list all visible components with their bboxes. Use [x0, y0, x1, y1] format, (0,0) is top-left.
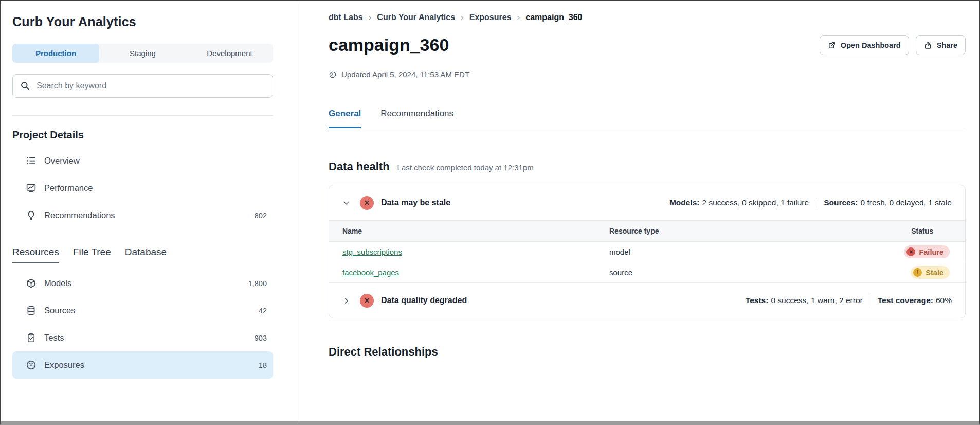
column-header-name: Name — [329, 221, 609, 242]
breadcrumb-project[interactable]: Curb Your Analytics — [377, 13, 455, 22]
header-actions: Open Dashboard Share — [820, 35, 966, 55]
env-tab-production[interactable]: Production — [12, 44, 99, 63]
breadcrumb-separator-icon: › — [369, 12, 372, 23]
environment-switcher: Production Staging Development — [12, 44, 273, 63]
sidebar-item-label: Models — [44, 278, 71, 288]
sidebar-divider — [12, 115, 273, 116]
resources-tab-bar: Resources File Tree Database — [12, 246, 273, 263]
project-details-nav: Overview Performance Recommendations 802 — [12, 147, 273, 229]
list-icon — [26, 155, 37, 166]
sidebar-item-label: Performance — [44, 183, 93, 193]
search-input[interactable] — [37, 81, 265, 91]
external-link-icon — [828, 41, 836, 49]
performance-icon — [26, 183, 37, 193]
summary-value: 60% — [936, 296, 952, 305]
summary-label: Sources: — [824, 198, 858, 207]
share-label: Share — [937, 41, 957, 49]
sidebar-item-label: Overview — [44, 156, 80, 166]
lightbulb-icon — [26, 210, 37, 221]
sidebar-item-tests[interactable]: Tests 903 — [12, 324, 273, 351]
summary-value: 0 success, 1 warn, 2 error — [771, 296, 862, 305]
sidebar-item-count: 1,800 — [248, 279, 267, 288]
env-tab-staging[interactable]: Staging — [99, 44, 186, 63]
summary-divider — [816, 198, 816, 208]
breadcrumb-exposures[interactable]: Exposures — [469, 13, 512, 22]
sidebar-item-count: 903 — [255, 334, 267, 342]
search-icon — [20, 81, 30, 91]
sidebar-item-models[interactable]: Models 1,800 — [12, 270, 273, 297]
cube-icon — [26, 278, 37, 289]
app-window: Curb Your Analytics Production Staging D… — [0, 0, 980, 425]
env-tab-development[interactable]: Development — [186, 44, 273, 63]
status-badge-stale: !Stale — [911, 266, 950, 279]
updated-timestamp: Updated April 5, 2024, 11:53 AM EDT — [329, 70, 966, 79]
status-badge-failure: ✕Failure — [904, 245, 950, 258]
sidebar-item-label: Exposures — [44, 360, 84, 370]
status-badge-label: Failure — [919, 248, 943, 256]
summary-value: 2 success, 0 skipped, 1 failure — [702, 198, 809, 207]
resource-link-stg-subscriptions[interactable]: stg_subscriptions — [342, 247, 402, 256]
sidebar-item-count: 18 — [259, 361, 267, 369]
project-details-heading: Project Details — [12, 129, 273, 141]
sidebar-item-overview[interactable]: Overview — [12, 147, 273, 174]
share-icon — [924, 41, 932, 49]
search-box[interactable] — [12, 74, 273, 98]
sidebar-item-performance[interactable]: Performance — [12, 174, 273, 202]
data-health-heading: Data health — [329, 160, 390, 173]
resource-type-cell: source — [609, 262, 837, 283]
section-title: Data may be stale — [381, 198, 450, 207]
chevron-down-icon — [342, 199, 350, 207]
breadcrumb: dbt Labs › Curb Your Analytics › Exposur… — [329, 12, 966, 23]
sidebar-item-count: 802 — [255, 211, 267, 220]
open-dashboard-button[interactable]: Open Dashboard — [820, 35, 909, 55]
updated-text: Updated April 5, 2024, 11:53 AM EDT — [341, 70, 469, 79]
sidebar-item-label: Sources — [44, 306, 76, 315]
breadcrumb-dbt-labs[interactable]: dbt Labs — [329, 13, 363, 22]
share-button[interactable]: Share — [916, 35, 966, 55]
section-data-quality-degraded[interactable]: ✕ Data quality degraded Tests:0 success,… — [329, 283, 965, 318]
sidebar-item-label: Recommendations — [44, 210, 115, 220]
error-status-icon: ✕ — [360, 196, 374, 210]
chevron-right-icon — [342, 297, 350, 305]
resource-link-facebook-pages[interactable]: facebook_pages — [342, 268, 399, 277]
breadcrumb-current: campaign_360 — [525, 13, 582, 22]
clipboard-check-icon — [26, 332, 37, 343]
section-data-may-be-stale[interactable]: ✕ Data may be stale Models:2 success, 0 … — [329, 185, 965, 220]
resource-type-cell: model — [609, 242, 837, 262]
sidebar-item-sources[interactable]: Sources 42 — [12, 297, 273, 324]
summary-label: Tests: — [746, 296, 769, 305]
tab-resources[interactable]: Resources — [12, 246, 59, 263]
table-row: facebook_pages source !Stale — [329, 262, 965, 283]
main-content: dbt Labs › Curb Your Analytics › Exposur… — [299, 1, 979, 421]
tab-database[interactable]: Database — [125, 246, 167, 262]
breadcrumb-separator-icon: › — [517, 12, 520, 23]
tab-file-tree[interactable]: File Tree — [73, 246, 111, 262]
gauge-icon — [26, 360, 37, 370]
last-check-text: Last check completed today at 12:31pm — [397, 163, 534, 172]
sidebar-item-exposures[interactable]: Exposures 18 — [12, 351, 273, 379]
section-summary: Models:2 success, 0 skipped, 1 failure S… — [669, 198, 952, 208]
breadcrumb-separator-icon: › — [461, 12, 464, 23]
table-row: stg_subscriptions model ✕Failure — [329, 242, 965, 262]
tab-general[interactable]: General — [329, 109, 361, 128]
section-title: Data quality degraded — [381, 296, 467, 305]
open-dashboard-label: Open Dashboard — [841, 41, 901, 49]
direct-relationships-heading: Direct Relationships — [329, 345, 966, 359]
project-title: Curb Your Analytics — [12, 14, 273, 29]
data-health-header: Data health Last check completed today a… — [329, 160, 966, 173]
tab-recommendations[interactable]: Recommendations — [380, 109, 453, 128]
title-row: campaign_360 Open Dashboard Share — [329, 35, 966, 55]
resources-nav: Models 1,800 Sources 42 Tests 903 Exposu… — [12, 270, 273, 379]
stale-resources-table: Name Resource type Status stg_subscripti… — [329, 220, 965, 283]
failure-x-icon: ✕ — [906, 247, 915, 256]
summary-divider — [870, 296, 870, 306]
column-header-status: Status — [837, 221, 965, 242]
summary-label: Test coverage: — [878, 296, 933, 305]
sidebar: Curb Your Analytics Production Staging D… — [1, 1, 299, 421]
summary-label: Models: — [669, 198, 700, 207]
error-status-icon: ✕ — [360, 294, 374, 308]
status-badge-label: Stale — [925, 269, 943, 277]
sidebar-item-recommendations[interactable]: Recommendations 802 — [12, 202, 273, 229]
sidebar-item-label: Tests — [44, 333, 64, 343]
summary-value: 0 fresh, 0 delayed, 1 stale — [860, 198, 952, 207]
